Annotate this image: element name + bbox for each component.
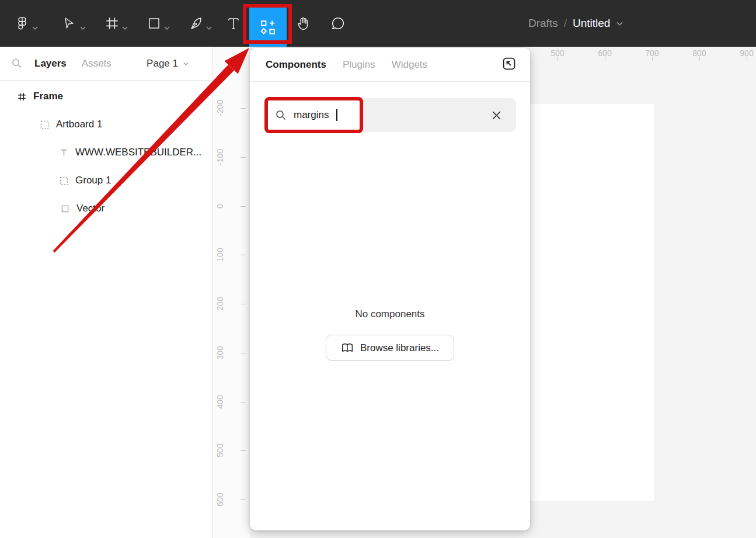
vertical-ruler-label: 600 [215,492,225,506]
browse-libraries-button[interactable]: Browse libraries... [326,335,454,361]
breadcrumb-separator: / [564,17,567,30]
hand-icon [295,16,311,31]
vertical-ruler-tick [241,450,246,451]
pen-tool-chevron-icon[interactable] [205,22,212,33]
vertical-ruler-tick [241,108,246,109]
vertical-ruler-tick [241,206,246,207]
layers-panel-header: Layers Assets Page 1 [0,47,212,81]
hand-tool-button[interactable] [292,0,314,47]
breadcrumb-project[interactable]: Drafts [528,17,558,30]
horizontal-ruler-tick [605,57,605,61]
comment-bubble-icon [330,16,346,31]
figma-logo-icon [15,16,30,31]
artboard-icon [39,120,50,129]
browse-libraries-label: Browse libraries... [360,342,439,354]
filename-chevron-icon[interactable] [616,21,623,26]
tab-widgets[interactable]: Widgets [392,59,427,71]
cursor-icon [62,16,76,30]
text-layer-icon [58,148,69,157]
resources-popup: Components Plugins Widgets margins No co… [250,48,530,530]
rectangle-icon [147,16,161,30]
frame-hash-icon [104,16,120,31]
book-icon [341,342,354,354]
text-tool-button[interactable] [223,0,244,47]
vertical-ruler-label: 500 [215,444,225,457]
layer-label: Frame [33,91,63,102]
pen-icon [189,16,203,30]
vertical-ruler-label: 0 [215,204,225,209]
layer-label: Group 1 [75,175,111,186]
text-T-icon [227,16,241,30]
shape-tool-chevron-icon[interactable] [163,22,170,33]
vertical-ruler-label: 100 [215,248,225,262]
vertical-ruler-tick [241,157,246,158]
empty-state-text: No components [250,308,530,320]
search-input-value[interactable]: margins [294,109,329,121]
horizontal-ruler-tick [652,57,653,61]
layer-label: WWW.WEBSITEBUILDER... [75,147,201,158]
vertical-ruler-label: -200 [215,100,225,116]
vertical-ruler-label: -100 [215,149,225,165]
text-caret [336,109,337,121]
vector-icon [60,205,70,213]
vertical-ruler-tick [241,499,246,500]
vertical-ruler-tick [241,353,246,353]
page-selector[interactable]: Page 1 [147,58,178,70]
page-chevron-icon[interactable] [183,61,189,66]
layer-row-artboard[interactable]: Artboard 1 [0,110,212,138]
horizontal-ruler-tick [747,57,747,61]
layer-row-group[interactable]: Group 1 [0,166,212,195]
move-tool-chevron-icon[interactable] [79,22,86,33]
layers-panel: Layers Assets Page 1 Frame Artboard 1 WW… [0,47,212,538]
layer-row-frame[interactable]: Frame [0,82,212,110]
shape-tool-button[interactable] [144,0,165,47]
layer-row-text[interactable]: WWW.WEBSITEBUILDER... [0,138,212,166]
toolbar: Drafts / Untitled [0,0,756,47]
search-annotation-box: margins [264,97,363,133]
pen-tool-button[interactable] [186,0,207,47]
search-icon[interactable] [11,58,22,69]
open-as-window-icon[interactable] [501,55,517,74]
frame-tool-button[interactable] [102,0,123,47]
vertical-ruler-tick [241,402,246,402]
layer-row-vector[interactable]: Vector [0,195,212,223]
clear-search-icon[interactable] [488,107,504,123]
vertical-ruler-label: 200 [215,297,225,310]
figma-menu-chevron-icon[interactable] [32,22,39,33]
resources-popup-header: Components Plugins Widgets [250,48,530,82]
tab-components[interactable]: Components [266,59,326,71]
breadcrumb-filename[interactable]: Untitled [573,17,610,30]
vertical-ruler-tick [241,304,246,304]
tab-assets[interactable]: Assets [82,58,112,70]
layer-label: Vector [76,203,104,214]
frame-icon [16,92,27,102]
frame-tool-chevron-icon[interactable] [121,22,128,33]
vertical-ruler [212,47,250,538]
vertical-ruler-tick [241,255,246,255]
tab-layers[interactable]: Layers [34,58,67,70]
layer-label: Artboard 1 [56,119,102,130]
figma-menu-button[interactable] [12,0,33,47]
horizontal-ruler-tick [558,57,558,61]
artboard-1[interactable]: RINSIDER.COM [530,104,654,501]
move-tool-button[interactable] [58,0,79,47]
search-icon [275,109,287,121]
file-breadcrumb[interactable]: Drafts / Untitled [528,0,623,47]
toolbar-annotation-box [243,4,292,44]
horizontal-ruler-tick [699,57,700,61]
vertical-ruler-label: 400 [215,395,225,408]
tab-plugins[interactable]: Plugins [343,59,375,71]
vertical-ruler-label: 300 [215,346,225,359]
comment-tool-button[interactable] [327,0,349,47]
group-icon [58,176,69,185]
